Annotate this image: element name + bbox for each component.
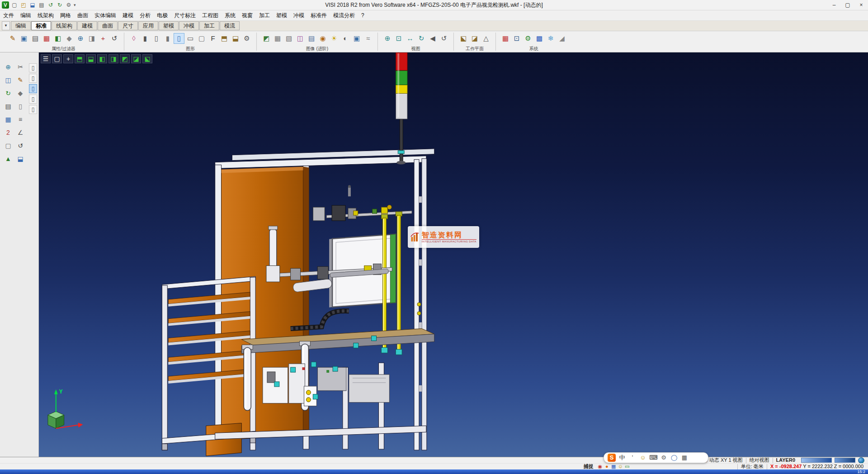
element-filter-icon[interactable]: ◧ xyxy=(52,33,63,44)
view-cube-front-icon[interactable]: ⬓ xyxy=(86,54,96,63)
save-icon[interactable]: ⬓ xyxy=(15,153,26,164)
display-icon[interactable]: ⊡ xyxy=(511,33,522,44)
edit-icon[interactable]: ✎ xyxy=(15,75,26,85)
ime-lang-icon[interactable]: 中 xyxy=(618,454,626,462)
snap-grid-icon[interactable]: ❄ xyxy=(545,33,556,44)
section-icon[interactable]: ◫ xyxy=(295,33,306,44)
undo-icon[interactable]: ↺ xyxy=(47,1,55,9)
profile-icon[interactable]: ▢ xyxy=(196,33,207,44)
layer-indicator[interactable]: LAYER0 xyxy=(773,458,798,463)
ime-keyboard-icon[interactable]: ⌨ xyxy=(649,454,657,462)
ribbon-tab[interactable]: 线架构 xyxy=(52,21,77,30)
quickbar-dropdown-icon[interactable]: ▾ xyxy=(74,3,76,7)
mask-icon[interactable]: ◨ xyxy=(86,33,97,44)
redo-icon[interactable]: ↻ xyxy=(56,1,64,9)
quick-select-icon[interactable]: ⊕ xyxy=(75,33,86,44)
ribbon-tab[interactable]: 塑模 xyxy=(159,21,179,30)
close-button[interactable]: × xyxy=(854,0,868,10)
undo-icon[interactable]: ↺ xyxy=(15,140,26,151)
ime-skin-icon[interactable]: ◯ xyxy=(670,454,678,462)
view-cube-right-icon[interactable]: ◨ xyxy=(108,54,118,63)
render-toggle-icon[interactable]: ● xyxy=(604,464,610,469)
layer-filter-icon[interactable]: ▤ xyxy=(30,33,41,44)
view-cube-iso3-icon[interactable]: ⬕ xyxy=(142,54,152,63)
properties-pen-icon[interactable]: ✎ xyxy=(7,33,18,44)
layer-color-bar[interactable] xyxy=(801,458,832,463)
taskbar[interactable]: 15:2 xyxy=(0,469,868,474)
gear-icon[interactable]: ⚙ xyxy=(241,33,252,44)
menu-item[interactable]: 电极 xyxy=(154,10,171,20)
sheet-icon[interactable]: ▯ xyxy=(15,101,26,112)
wireframe-icon[interactable]: ▦ xyxy=(272,33,283,44)
shadow-icon[interactable]: ◐ xyxy=(340,33,351,44)
workplane-xy-icon[interactable]: ⬕ xyxy=(458,33,469,44)
line-icon[interactable]: ▯ xyxy=(151,33,162,44)
solid-box-icon[interactable]: ⬒ xyxy=(219,33,230,44)
layers-icon[interactable]: ▤ xyxy=(3,101,14,112)
pan-icon[interactable]: ↔ xyxy=(405,33,415,44)
sogou-logo-icon[interactable]: S xyxy=(608,454,616,462)
menu-item[interactable]: 系统 xyxy=(222,10,239,20)
menu-item[interactable]: 建模 xyxy=(119,10,137,20)
material-icon[interactable]: ◉ xyxy=(317,33,328,44)
menu-item[interactable]: 塑模 xyxy=(273,10,290,20)
clipboard-icon[interactable]: ▯ xyxy=(29,105,37,114)
menu-item[interactable]: 实体编辑 xyxy=(91,10,119,20)
draft-icon[interactable]: ◢ xyxy=(557,33,567,44)
rotate-icon[interactable]: ↻ xyxy=(3,88,14,99)
shade-icon[interactable]: ◩ xyxy=(261,33,272,44)
measure-toggle-icon[interactable]: ▭ xyxy=(624,464,631,469)
menu-item[interactable]: 文件 xyxy=(0,10,17,20)
view-cube-iso2-icon[interactable]: ◪ xyxy=(131,54,141,63)
profile-toggle-icon[interactable]: ☺ xyxy=(617,464,624,469)
erase-icon[interactable]: ◊ xyxy=(128,33,139,44)
menu-item[interactable]: ? xyxy=(358,10,368,20)
system-gear-icon[interactable]: ⚙ xyxy=(523,33,533,44)
previous-view-icon[interactable]: ◀ xyxy=(427,33,438,44)
ribbon-tab[interactable]: 曲面 xyxy=(98,21,118,30)
ribbon-tab[interactable]: 冲模 xyxy=(179,21,199,30)
angle-icon[interactable]: ∠ xyxy=(15,127,26,138)
ribbon-tab[interactable]: 模流 xyxy=(220,21,240,30)
clipboard-icon[interactable]: ▯ xyxy=(29,74,37,83)
ribbon-tab[interactable]: 加工 xyxy=(199,21,219,30)
snap-label[interactable]: 捕捉 xyxy=(580,464,597,469)
ime-punct-icon[interactable]: ’ xyxy=(628,454,637,462)
minimize-button[interactable]: – xyxy=(827,0,841,10)
hidden-line-icon[interactable]: ▧ xyxy=(283,33,294,44)
solid-cylinder-icon[interactable]: ⬓ xyxy=(230,33,241,44)
grid-icon[interactable]: ▦ xyxy=(3,114,14,125)
menu-item[interactable]: 线架构 xyxy=(34,10,57,20)
light-icon[interactable]: ☀ xyxy=(329,33,340,44)
compare-icon[interactable]: ≈ xyxy=(363,33,373,44)
snapshot-icon[interactable]: ▣ xyxy=(351,33,362,44)
menu-item[interactable]: 视窗 xyxy=(239,10,256,20)
workplane-3points-icon[interactable]: △ xyxy=(481,33,491,44)
texture-icon[interactable]: ▤ xyxy=(306,33,317,44)
number-2-icon[interactable]: 2 xyxy=(3,127,14,138)
reset-filter-icon[interactable]: ↺ xyxy=(109,33,120,44)
ime-emoji-icon[interactable]: ☺ xyxy=(639,454,647,462)
clipboard-icon[interactable]: ▯ xyxy=(29,84,37,93)
snap-icon[interactable]: ◆ xyxy=(15,88,26,99)
view-cube-left-icon[interactable]: ◧ xyxy=(97,54,107,63)
new-file-icon[interactable]: ▢ xyxy=(10,1,19,9)
palette-grid-icon[interactable]: ▦ xyxy=(500,33,511,44)
box-icon[interactable]: ▢ xyxy=(3,140,14,151)
ribbon-tab[interactable]: 标准 xyxy=(31,21,51,30)
arc-icon[interactable]: ▮ xyxy=(162,33,173,44)
save-icon[interactable]: ⬓ xyxy=(28,1,37,9)
view-plane-icon[interactable]: ▢ xyxy=(52,54,62,63)
menu-item[interactable]: 模流分析 xyxy=(330,10,358,20)
zoom-fit-icon[interactable]: ⊕ xyxy=(382,33,393,44)
match-properties-icon[interactable]: ▣ xyxy=(19,33,29,44)
palette-toggle-icon[interactable]: ▦ xyxy=(610,464,617,469)
open-file-icon[interactable]: ◰ xyxy=(19,1,28,9)
view-list-icon[interactable]: ☰ xyxy=(41,54,51,63)
ribbon-tab[interactable]: 尺寸 xyxy=(118,21,138,30)
menu-item[interactable]: 编辑 xyxy=(17,10,34,20)
matrix-icon[interactable]: ▩ xyxy=(534,33,545,44)
menu-item[interactable]: 工程图 xyxy=(199,10,222,20)
clipboard-icon[interactable]: ▯ xyxy=(29,63,37,72)
snapshot-toggle-icon[interactable]: ◉ xyxy=(597,464,604,469)
